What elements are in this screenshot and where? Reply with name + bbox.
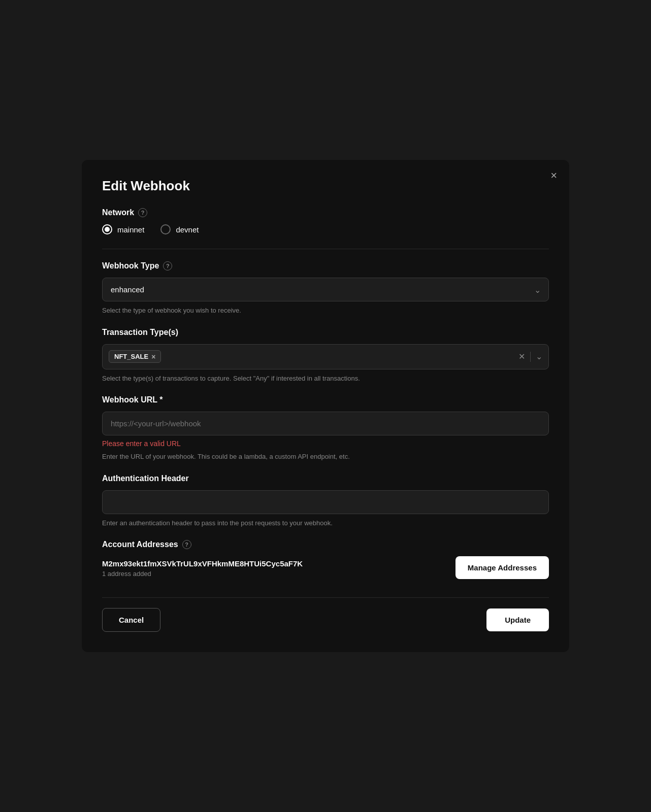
address-value: M2mx93ekt1fmXSVkTrUL9xVFHkmME8HTUi5Cyc5a… bbox=[102, 558, 447, 569]
webhook-type-hint: Select the type of webhook you wish to r… bbox=[102, 306, 549, 316]
multi-select-chevron-icon[interactable]: ⌄ bbox=[536, 353, 542, 361]
webhook-url-hint: Enter the URL of your webhook. This coul… bbox=[102, 452, 549, 462]
nft-sale-tag: NFT_SALE × bbox=[109, 350, 161, 363]
auth-header-section: Authentication Header Enter an authentic… bbox=[102, 474, 549, 528]
transaction-types-section: Transaction Type(s) NFT_SALE × ✕ ⌄ Selec… bbox=[102, 328, 549, 384]
close-button[interactable]: × bbox=[550, 170, 557, 181]
update-button[interactable]: Update bbox=[486, 608, 549, 631]
multi-select-divider bbox=[530, 352, 531, 362]
auth-header-label: Authentication Header bbox=[102, 474, 549, 483]
manage-addresses-button[interactable]: Manage Addresses bbox=[455, 556, 549, 579]
transaction-types-input[interactable]: NFT_SALE × ✕ ⌄ bbox=[102, 344, 549, 369]
network-radio-group: mainnet devnet bbox=[102, 224, 549, 234]
transaction-types-hint: Select the type(s) of transactions to ca… bbox=[102, 374, 549, 384]
account-addresses-section: Account Addresses ? M2mx93ekt1fmXSVkTrUL… bbox=[102, 540, 549, 579]
webhook-type-section: Webhook Type ? enhanced raw discord ⌄ Se… bbox=[102, 261, 549, 316]
webhook-type-select-wrapper: enhanced raw discord ⌄ bbox=[102, 278, 549, 301]
cancel-button[interactable]: Cancel bbox=[102, 608, 160, 632]
transaction-types-label: Transaction Type(s) bbox=[102, 328, 549, 337]
webhook-type-help-icon[interactable]: ? bbox=[163, 261, 172, 270]
edit-webhook-modal: × Edit Webhook Network ? mainnet devnet … bbox=[82, 160, 569, 652]
network-devnet-option[interactable]: devnet bbox=[160, 224, 199, 234]
address-info: M2mx93ekt1fmXSVkTrUL9xVFHkmME8HTUi5Cyc5a… bbox=[102, 558, 447, 578]
auth-header-hint: Enter an authentication header to pass i… bbox=[102, 518, 549, 528]
nft-sale-tag-remove[interactable]: × bbox=[151, 353, 155, 360]
addresses-row: M2mx93ekt1fmXSVkTrUL9xVFHkmME8HTUi5Cyc5a… bbox=[102, 556, 549, 579]
network-section: Network ? mainnet devnet bbox=[102, 208, 549, 234]
modal-title: Edit Webhook bbox=[102, 178, 549, 194]
webhook-url-section: Webhook URL * https://<your-url>/webhook… bbox=[102, 395, 549, 462]
webhook-type-select[interactable]: enhanced raw discord bbox=[102, 278, 549, 301]
multi-select-clear-button[interactable]: ✕ bbox=[518, 353, 525, 361]
auth-header-input[interactable] bbox=[102, 490, 549, 514]
multi-select-actions: ✕ ⌄ bbox=[518, 352, 542, 362]
footer: Cancel Update bbox=[102, 597, 549, 632]
address-count: 1 address added bbox=[102, 570, 447, 578]
network-mainnet-option[interactable]: mainnet bbox=[102, 224, 144, 234]
webhook-type-label: Webhook Type ? bbox=[102, 261, 549, 270]
webhook-url-input[interactable]: https://<your-url>/webhook bbox=[102, 412, 549, 435]
network-label: Network ? bbox=[102, 208, 549, 217]
webhook-url-label: Webhook URL * bbox=[102, 395, 549, 404]
webhook-url-error: Please enter a valid URL bbox=[102, 439, 549, 448]
account-addresses-label: Account Addresses ? bbox=[102, 540, 549, 549]
account-addresses-help-icon[interactable]: ? bbox=[182, 540, 191, 549]
network-help-icon[interactable]: ? bbox=[138, 208, 147, 217]
